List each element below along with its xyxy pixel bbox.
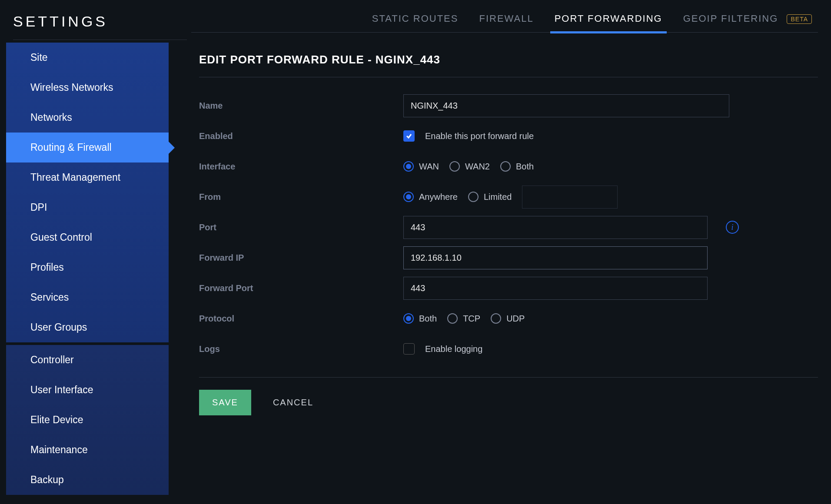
page-title: EDIT PORT FORWARD RULE - NGINX_443 [199,53,818,77]
sidebar-item-guest[interactable]: Guest Control [6,222,169,252]
sidebar-item-backup[interactable]: Backup [6,465,169,495]
interface-radio-wan2[interactable] [449,161,460,172]
sidebar-item-dpi[interactable]: DPI [6,192,169,222]
tab-static-routes[interactable]: STATIC ROUTES [372,13,459,24]
name-input[interactable] [403,94,729,117]
forward-port-input[interactable] [403,277,708,300]
protocol-radio-both[interactable] [403,313,414,324]
tab-port-forwarding[interactable]: PORT FORWARDING [555,13,662,24]
sidebar-item-usergroups[interactable]: User Groups [6,312,169,342]
protocol-radio-label-udp: UDP [506,314,525,324]
label-protocol: Protocol [199,314,403,324]
from-radio-label-anywhere: Anywhere [419,192,458,202]
sidebar-item-networks[interactable]: Networks [6,103,169,133]
check-icon [406,133,412,139]
interface-radio-both[interactable] [500,161,511,172]
sidebar-item-site[interactable]: Site [6,43,169,73]
logs-label: Enable logging [425,344,482,354]
enable-checkbox[interactable] [403,130,415,142]
sidebar-item-ui[interactable]: User Interface [6,375,169,405]
sidebar-item-elite[interactable]: Elite Device [6,405,169,435]
tab-geoip-label: GEOIP FILTERING [683,13,778,24]
from-radio-anywhere[interactable] [403,192,414,202]
protocol-radio-udp[interactable] [491,313,501,324]
sidebar-item-controller[interactable]: Controller [6,345,169,375]
port-input[interactable] [403,216,708,239]
logs-checkbox[interactable] [403,343,415,355]
sidebar-item-threat[interactable]: Threat Management [6,162,169,192]
settings-header: SETTINGS [13,13,187,40]
label-interface: Interface [199,162,403,172]
label-forward-port: Forward Port [199,283,403,293]
sidebar-item-services[interactable]: Services [6,282,169,312]
label-forward-ip: Forward IP [199,253,403,263]
save-button[interactable]: SAVE [199,390,251,415]
from-radio-label-limited: Limited [484,192,512,202]
tab-geoip-filtering[interactable]: GEOIP FILTERING BETA [683,13,812,24]
sidebar-item-wireless[interactable]: Wireless Networks [6,73,169,103]
top-tabs: STATIC ROUTES FIREWALL PORT FORWARDING G… [191,13,818,33]
enable-label: Enable this port forward rule [425,131,534,141]
label-port: Port [199,222,403,232]
from-radio-limited[interactable] [468,192,479,202]
interface-radio-label-wan: WAN [419,162,439,172]
label-name: Name [199,101,403,111]
cancel-button[interactable]: CANCEL [273,398,313,408]
forward-ip-input[interactable] [403,246,708,269]
sidebar-item-profiles[interactable]: Profiles [6,252,169,282]
beta-badge: BETA [787,14,812,24]
sidebar-item-maintenance[interactable]: Maintenance [6,435,169,465]
interface-radio-label-both: Both [516,162,534,172]
protocol-radio-label-tcp: TCP [463,314,480,324]
label-from: From [199,192,403,202]
label-enabled: Enabled [199,131,403,141]
interface-radio-label-wan2: WAN2 [465,162,490,172]
info-icon[interactable]: i [726,221,739,234]
label-logs: Logs [199,344,403,354]
settings-sidebar: SiteWireless NetworksNetworksRouting & F… [0,40,175,495]
tab-firewall[interactable]: FIREWALL [479,13,533,24]
from-limited-input[interactable] [522,186,618,209]
sidebar-item-routing[interactable]: Routing & Firewall [6,133,169,162]
protocol-radio-tcp[interactable] [447,313,458,324]
interface-radio-wan[interactable] [403,161,414,172]
protocol-radio-label-both: Both [419,314,437,324]
